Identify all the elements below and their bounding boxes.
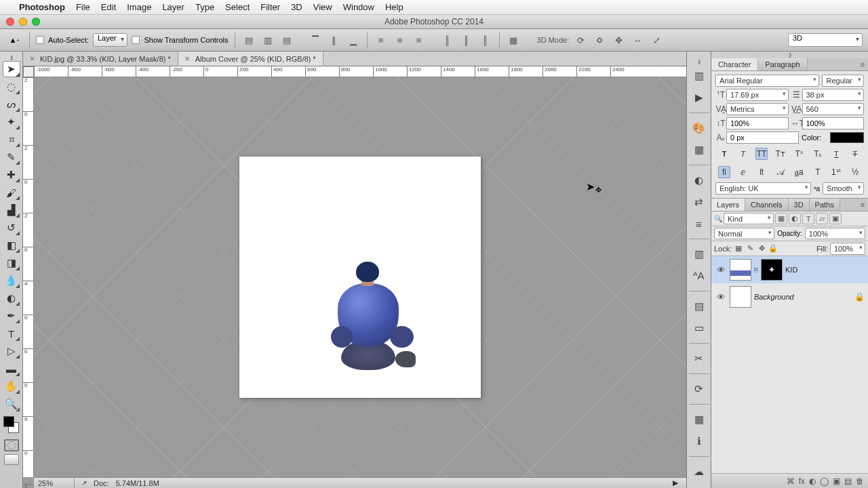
tracking-input[interactable]: 560	[802, 103, 865, 115]
ligatures-icon[interactable]: fi	[718, 166, 730, 178]
history-icon[interactable]: ▥	[690, 66, 709, 85]
quick-mask-button[interactable]	[4, 439, 19, 451]
auto-select-checkbox[interactable]	[36, 36, 44, 44]
zoom-tool[interactable]: 🔍	[3, 396, 20, 412]
show-transform-checkbox[interactable]	[132, 36, 140, 44]
filter-smart-icon[interactable]: ▣	[829, 213, 842, 224]
align-center-h-icon[interactable]: ▥	[260, 33, 275, 47]
history-brush-tool[interactable]: ↺	[3, 220, 20, 236]
filter-shape-icon[interactable]: ▱	[816, 213, 828, 224]
menu-file[interactable]: File	[76, 2, 90, 12]
menu-window[interactable]: Window	[343, 2, 374, 12]
distribute-3-icon[interactable]: ≡	[412, 33, 427, 47]
filter-type-icon[interactable]: T	[802, 213, 814, 224]
menu-filter[interactable]: Filter	[260, 2, 280, 12]
gradient-tool[interactable]: ◨	[3, 255, 20, 271]
subscript-icon[interactable]: Tₛ	[812, 148, 824, 160]
titling-icon[interactable]: aa	[793, 166, 805, 178]
doc-tab-2[interactable]: ×Album Cover @ 25% (KID, RGB/8) *	[178, 52, 323, 66]
menu-view[interactable]: View	[313, 2, 332, 12]
styles-icon[interactable]: ⇄	[690, 192, 709, 211]
status-right-icon[interactable]: ▶	[673, 479, 678, 487]
color-swatches[interactable]	[1, 415, 22, 435]
font-size-input[interactable]: 17.69 px	[726, 89, 789, 101]
move-tool-icon[interactable]: ▲+	[5, 33, 23, 47]
menu-layer[interactable]: Layer	[162, 2, 184, 12]
roll-icon[interactable]: ⭘	[592, 33, 607, 47]
vscale-input[interactable]: 100%	[726, 117, 789, 129]
distribute-1-icon[interactable]: ≡	[374, 33, 389, 47]
screen-mode-button[interactable]	[4, 454, 19, 465]
close-tab-icon[interactable]: ×	[30, 54, 35, 64]
filter-adjust-icon[interactable]: ◐	[789, 213, 801, 224]
font-style-select[interactable]: Regular	[822, 75, 864, 87]
link-icon[interactable]: ⎘	[754, 266, 758, 274]
layer-thumbnail[interactable]	[730, 259, 751, 281]
menu-3d[interactable]: 3D	[291, 2, 302, 12]
stylistic-alt-icon[interactable]: 1ˢᵗ	[830, 166, 842, 178]
bold-icon[interactable]: T	[718, 148, 730, 160]
auto-select-mode[interactable]: Layer	[93, 33, 128, 47]
contextual-icon[interactable]: ⅇ	[737, 166, 749, 178]
ordinals-icon[interactable]: T	[812, 166, 824, 178]
swash-icon[interactable]: 𝒜	[774, 166, 787, 178]
language-select[interactable]: English: UK	[715, 182, 811, 195]
align-bottom-icon[interactable]: ▁	[346, 33, 361, 47]
canvas[interactable]	[239, 157, 481, 398]
blur-tool[interactable]: 💧	[3, 272, 20, 289]
magic-wand-tool[interactable]: ✦	[3, 114, 20, 130]
eraser-tool[interactable]: ◧	[3, 237, 20, 253]
fill-input[interactable]: 100%	[830, 243, 865, 255]
lock-pixels-icon[interactable]: ✎	[745, 244, 755, 253]
brush-presets-icon[interactable]: ▥	[690, 245, 709, 264]
tab-3d[interactable]: 3D	[789, 199, 810, 211]
menu-image[interactable]: Image	[127, 2, 151, 12]
panel-menu-icon[interactable]: ≡	[857, 199, 868, 211]
visibility-icon[interactable]: 👁	[715, 265, 727, 275]
clone-source-icon[interactable]: ᴬA	[690, 266, 709, 285]
smallcaps-icon[interactable]: Tᴛ	[774, 148, 787, 160]
stamp-tool[interactable]: ▟	[3, 202, 20, 218]
opacity-input[interactable]: 100%	[805, 228, 865, 239]
filter-pixel-icon[interactable]: ▦	[775, 213, 787, 224]
type-tool[interactable]: T	[3, 325, 20, 342]
tab-paragraph[interactable]: Paragraph	[758, 58, 807, 70]
baseline-input[interactable]: 0 px	[726, 131, 799, 144]
pan-icon[interactable]: ✥	[611, 33, 626, 47]
panels-collapse-icon[interactable]: ⟫	[711, 52, 868, 58]
marquee-tool[interactable]: ◌	[3, 79, 20, 95]
visibility-icon[interactable]: 👁	[715, 292, 727, 302]
dodge-tool[interactable]: ◐	[3, 290, 20, 306]
menu-app[interactable]: Photoshop	[19, 2, 65, 12]
shape-tool[interactable]: ▬	[3, 361, 20, 377]
panel-menu-icon[interactable]: ≡	[857, 58, 868, 70]
filter-kind-select[interactable]: Kind	[724, 213, 774, 224]
align-top-icon[interactable]: ▔	[308, 33, 323, 47]
ruler-horizontal[interactable]: -1000-800-600-400-2000200400600800100012…	[34, 66, 686, 77]
swatches-icon[interactable]: ▦	[690, 140, 709, 159]
font-family-select[interactable]: Arial Regular	[715, 75, 819, 87]
crop-tool[interactable]: ⌗	[3, 131, 20, 148]
auto-align-icon[interactable]: ▦	[506, 33, 521, 47]
close-window-button[interactable]	[6, 18, 14, 26]
text-color-swatch[interactable]	[830, 132, 864, 143]
menu-type[interactable]: Type	[195, 2, 214, 12]
hscale-input[interactable]: 100%	[802, 117, 865, 129]
hand-tool[interactable]: ✋	[3, 378, 20, 394]
brush-tool[interactable]: 🖌	[3, 184, 20, 201]
layer-thumbnail[interactable]	[730, 286, 751, 308]
tab-character[interactable]: Character	[711, 58, 758, 70]
libraries-icon[interactable]: ▦	[690, 410, 709, 429]
link-layers-icon[interactable]: ⌘	[787, 476, 795, 486]
blend-mode-select[interactable]: Normal	[714, 228, 774, 239]
lock-all-icon[interactable]: 🔒	[768, 244, 778, 253]
brushes-icon[interactable]: ≡	[690, 214, 709, 233]
layer-name[interactable]: Background	[754, 293, 794, 301]
menu-edit[interactable]: Edit	[101, 2, 116, 12]
doc-tab-1[interactable]: ×KID.jpg @ 33.3% (KID, Layer Mask/8) *	[23, 52, 178, 66]
ruler-origin[interactable]	[23, 66, 34, 77]
color-icon[interactable]: 🎨	[690, 119, 709, 138]
italic-icon[interactable]: T	[737, 148, 749, 160]
3d-select[interactable]: 3D	[788, 33, 863, 47]
status-arrow-icon[interactable]: ↗	[81, 479, 87, 487]
